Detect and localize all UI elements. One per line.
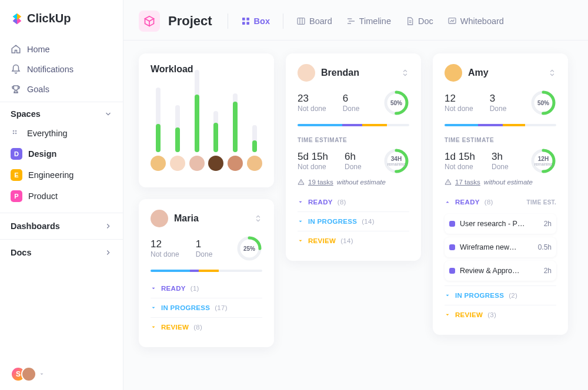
project-title: Project [168,14,212,29]
not-done-count: 12 [445,93,473,105]
status-row-ready[interactable]: READY (8) TIME EST. [445,193,556,211]
avatar[interactable] [208,156,223,171]
primary-nav: Home Notifications Goals [0,37,123,102]
progress-ring: 50% [383,90,409,116]
person-name: Maria [174,213,199,224]
time-estimate-header: TIME ESTIMATE [445,137,556,143]
space-badge: P [11,190,22,202]
workload-bar[interactable] [175,105,180,152]
task-item[interactable]: Wireframe new…0.5h [445,237,556,257]
svg-point-1 [15,130,17,132]
view-tab-box[interactable]: Box [236,14,275,28]
progress-ring: 34Hremaining [383,148,409,174]
nav-notifications[interactable]: Notifications [0,59,123,79]
clickup-logo-icon [11,12,24,25]
home-icon [11,44,21,55]
estimate-warning[interactable]: 19 taskswithout estimate [298,179,409,186]
status-row-ready[interactable]: READY (8) [298,193,409,211]
person-card-brendan: Brendan 23Not done 6Done 50% TIME ESTIMA… [286,53,421,261]
status-row-review[interactable]: REVIEW (8) [151,317,262,337]
workload-bar[interactable] [156,88,161,152]
avatar[interactable] [170,156,185,171]
done-count: 1 [196,238,213,250]
main: Project Box Board Timeline Doc Whiteboar… [123,0,588,390]
estimate-warning[interactable]: 17 taskswithout estimate [445,179,556,186]
project-icon[interactable] [139,11,160,32]
person-card-maria: Maria 12Not done 1Done 25% READY (1) IN … [139,199,274,347]
task-item[interactable]: Review & Appro…2h [445,261,556,281]
avatar[interactable] [247,156,262,171]
view-tab-board[interactable]: Board [292,14,337,28]
chevron-right-icon [104,222,112,230]
status-row-review[interactable]: REVIEW (14) [298,231,409,250]
avatar[interactable] [298,64,315,82]
chevron-down-icon [298,218,303,224]
space-design[interactable]: D Design [0,143,123,164]
not-done-count: 23 [298,93,326,105]
status-row-in-progress[interactable]: IN PROGRESS (2) [445,285,556,305]
workload-bar[interactable] [252,125,257,152]
nav-goals[interactable]: Goals [0,79,123,99]
progress-ring: 50% [530,90,556,116]
svg-rect-8 [298,18,305,25]
not-done-count: 12 [151,238,179,250]
status-row-in-progress[interactable]: IN PROGRESS (17) [151,298,262,317]
svg-point-3 [15,133,17,135]
avatar[interactable] [151,210,168,227]
svg-rect-7 [246,22,249,25]
space-badge: D [11,148,22,160]
done-count: 3 [490,93,507,105]
workload-card: Workload [139,53,274,187]
section-docs[interactable]: Docs [0,239,123,265]
space-label: Engineering [28,170,74,180]
chevron-down-icon [445,292,450,298]
space-everything[interactable]: Everything [0,123,123,143]
workload-title: Workload [151,64,262,75]
content: Workload Maria 12Not done 1Done 25% READ… [123,41,588,390]
svg-rect-6 [242,22,245,25]
expand-handle[interactable] [401,69,409,77]
task-status-square [449,268,455,274]
workload-bar[interactable] [213,111,218,152]
user-avatar-stack[interactable]: S [0,358,123,390]
workload-bars [151,83,262,171]
time-estimate-header: TIME ESTIMATE [298,137,409,143]
nav-label: Goals [27,85,49,94]
progress-bar [151,270,262,272]
svg-point-0 [13,130,15,132]
doc-icon [405,16,415,26]
spaces-header[interactable]: Spaces [0,102,123,123]
status-row-review[interactable]: REVIEW (3) [445,305,556,324]
space-engineering[interactable]: E Engineering [0,164,123,186]
status-row-ready[interactable]: READY (1) [151,279,262,298]
person-name: Amy [468,68,489,78]
view-tab-whiteboard[interactable]: Whiteboard [443,14,509,28]
task-status-square [449,244,455,250]
svg-rect-5 [246,18,249,21]
workload-bar[interactable] [195,70,199,152]
expand-handle[interactable] [254,214,262,223]
avatar[interactable] [151,156,166,171]
view-tab-doc[interactable]: Doc [400,14,438,28]
separator [283,14,283,29]
separator [228,14,228,29]
topbar: Project Box Board Timeline Doc Whiteboar… [123,0,588,41]
view-tab-timeline[interactable]: Timeline [342,14,396,28]
section-dashboards[interactable]: Dashboards [0,213,123,239]
avatar[interactable] [445,64,462,82]
space-badge: E [11,169,22,181]
expand-handle[interactable] [548,69,556,77]
brand-logo[interactable]: ClickUp [0,12,123,37]
workload-bar[interactable] [233,93,238,152]
avatar[interactable] [189,156,205,171]
status-row-in-progress[interactable]: IN PROGRESS (14) [298,211,409,231]
nav-home[interactable]: Home [0,39,123,59]
avatar[interactable] [228,156,243,171]
chevron-down-icon [445,312,450,318]
warning-icon [298,179,305,186]
progress-ring: 25% [236,236,262,261]
trophy-icon [11,84,21,95]
user-avatar [21,367,36,382]
space-product[interactable]: P Product [0,186,123,207]
task-item[interactable]: User research - P…2h [445,214,556,234]
